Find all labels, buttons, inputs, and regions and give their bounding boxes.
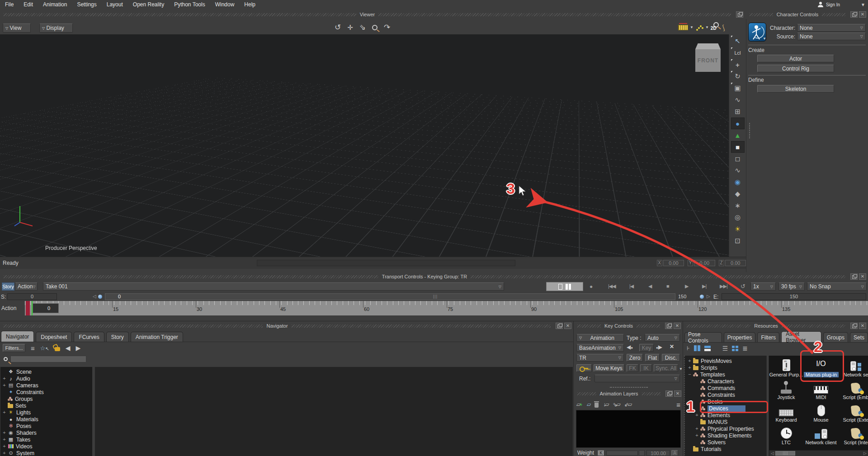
story-mode-button[interactable]: Story [2, 282, 14, 291]
tree-item-system[interactable]: +⊙System [2, 450, 92, 456]
record-button[interactable]: ● [590, 283, 592, 290]
lcl-mode-button[interactable]: Lcl [731, 47, 745, 59]
menu-python-tools[interactable]: Python Tools [169, 1, 210, 8]
key-controls-close-button[interactable]: ✕ [674, 323, 681, 329]
menu-edit[interactable]: Edit [19, 1, 38, 8]
take-dropdown[interactable]: Take 001▽ [43, 282, 504, 291]
tree-item-takes[interactable]: +▦Takes [2, 436, 92, 443]
asset-general-purpose[interactable]: General Purp... [769, 357, 803, 377]
tab-sets[interactable]: Sets [850, 332, 868, 342]
star-filter-icon[interactable]: ☆↖ [40, 345, 49, 352]
asset-tree-solvers[interactable]: Solvers [688, 439, 766, 446]
menu-open-reality[interactable]: Open Reality [128, 1, 169, 8]
tree-item-cameras[interactable]: +▤Cameras [2, 382, 92, 389]
asset-mouse[interactable]: Mouse [804, 402, 838, 423]
search-input[interactable] [10, 356, 86, 362]
menu-animation[interactable]: Animation [38, 1, 72, 8]
go-to-start-button[interactable]: |◀◀ [608, 283, 616, 289]
sync-all-button[interactable]: Sync. All [654, 364, 678, 372]
resources-float-button[interactable] [850, 323, 858, 329]
timeline-grip[interactable]: ||| [433, 294, 438, 299]
tree-item-scene[interactable]: ❖Scene [2, 368, 92, 375]
skeleton-button[interactable]: Skeleton [757, 85, 834, 93]
lock-icon[interactable] [55, 347, 60, 351]
asset-joystick[interactable]: Joystick [769, 379, 803, 400]
select-tool-icon[interactable]: ↖ [731, 35, 745, 47]
filters-button[interactable]: Filters... [3, 344, 25, 352]
layer-options-icon[interactable]: ≡ [676, 401, 680, 409]
tab-fcurves[interactable]: FCurves [74, 332, 104, 342]
split-view-icon[interactable] [694, 345, 700, 351]
tree-item-shaders[interactable]: +◉Shaders [2, 429, 92, 436]
control-rig-button[interactable]: Control Rig [757, 65, 834, 72]
tree-item-constraints[interactable]: ✦Constraints [2, 389, 92, 395]
actor-button[interactable]: Actor [757, 55, 834, 62]
playhead-frame-box[interactable]: 0 [33, 303, 59, 313]
expand-icon[interactable]: + [2, 451, 6, 455]
character-icon-chevron[interactable]: ▼ [763, 37, 766, 41]
asset-grid-hscrollbar[interactable]: ◁ ▷ [769, 450, 868, 456]
tab-properties[interactable]: Properties [724, 332, 756, 342]
channel-dropdown[interactable]: TR▽ [576, 354, 624, 362]
menu-window[interactable]: Window [210, 1, 240, 8]
dolly-icon[interactable]: ⇘ [359, 23, 366, 32]
asset-tree-shading-elements[interactable]: +Shading Elements [688, 432, 766, 439]
asset-tree-devices[interactable]: Devices [688, 405, 766, 412]
range-start-handle[interactable] [98, 295, 102, 299]
tab-animation-trigger[interactable]: Animation Trigger [131, 332, 183, 342]
layers-list[interactable] [576, 410, 681, 448]
list-view-icon[interactable]: ☰ [722, 345, 728, 352]
snap-tool-icon[interactable]: ⊞ [731, 106, 745, 118]
asset-keyboard[interactable]: Keyboard [769, 402, 803, 423]
timeline-start-marker[interactable] [26, 301, 30, 315]
bone-tool-icon[interactable]: ∗ [731, 200, 745, 212]
dual-view-icon[interactable] [566, 284, 571, 290]
range-left-arrow-icon[interactable]: ◁ [93, 294, 96, 299]
next-key-icon-button[interactable]: ●▶ [656, 344, 662, 350]
tab-groups[interactable]: Groups [823, 332, 848, 342]
curve-tool-icon[interactable]: ∿ [731, 94, 745, 106]
key-button[interactable]: Key [639, 344, 654, 352]
asset-midi[interactable]: MIDI [804, 379, 838, 400]
start-frame-field[interactable]: 0 [7, 293, 57, 300]
tree-view-icon[interactable]: ⊦ [687, 345, 690, 352]
tree-item-poses[interactable]: ✻Poses [2, 423, 92, 429]
asset-network-server[interactable]: Network se [839, 357, 868, 377]
joint-tool-icon[interactable]: ◉ [731, 176, 745, 188]
expand-icon[interactable]: + [2, 437, 6, 442]
cube-alt-tool-icon[interactable]: □ [731, 153, 745, 165]
asset-tree-decks[interactable]: Decks [688, 398, 766, 405]
menu-settings[interactable]: Settings [72, 1, 101, 8]
ref-dropdown[interactable]: ▽ [594, 375, 680, 382]
source-value-dropdown[interactable]: None▽ [797, 33, 866, 40]
merge-down-icon[interactable]: ⇘▱ [613, 401, 620, 408]
path-chevron-icon[interactable]: ▼ [705, 25, 709, 29]
animation-mode-dropdown[interactable]: ▽ Animation [576, 334, 624, 342]
asset-tree-scripts[interactable]: +Scripts [688, 364, 766, 371]
expand-icon[interactable]: + [2, 410, 6, 414]
key-mode-button[interactable] [576, 364, 592, 372]
merge-all-icon[interactable]: ⇙▱ [624, 401, 631, 408]
zoom-icon[interactable] [372, 25, 377, 30]
flat-button[interactable]: Flat [645, 354, 660, 362]
tab-dopesheet[interactable]: Dopesheet [36, 332, 72, 342]
expand-icon[interactable]: + [2, 444, 6, 448]
primitive-tool-icon[interactable]: ▲ [731, 129, 745, 141]
expand-icon[interactable]: + [695, 433, 699, 437]
expand-icon[interactable]: + [695, 413, 699, 417]
asset-ltc[interactable]: LTC [769, 424, 803, 445]
go-to-end-button[interactable]: ▶▶| [720, 283, 727, 289]
tree-item-groups[interactable]: Groups [2, 395, 92, 402]
sync-chevron-icon[interactable]: ▼ [679, 367, 683, 371]
time-ruler[interactable]: 15 30 45 60 75 90 105 120 135 0 [25, 301, 868, 315]
character-icon[interactable]: ▼ [748, 23, 766, 42]
loop-button[interactable]: ↺ [741, 283, 745, 290]
tree-item-materials[interactable]: ●Materials [2, 416, 92, 423]
transport-close-button[interactable]: ✕ [859, 273, 866, 280]
tree-item-videos[interactable]: +Videos [2, 443, 92, 450]
action-mode-dropdown[interactable]: Action▽ [15, 282, 38, 291]
prev-key-button[interactable]: ◀● [627, 344, 633, 350]
cube-tool-icon[interactable]: ■ [731, 141, 745, 153]
coord-y-value[interactable]: 0.00 [694, 260, 715, 266]
asset-tree-characters[interactable]: Characters [688, 378, 766, 385]
